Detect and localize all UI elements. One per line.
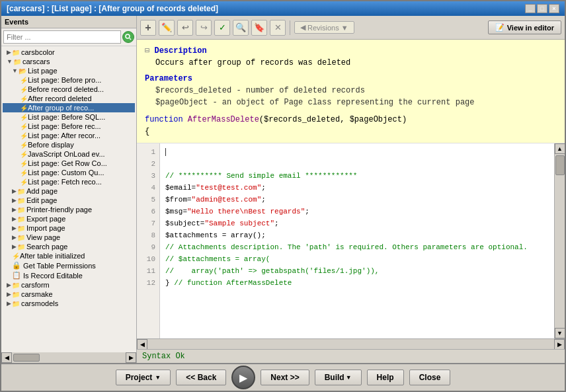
folder-icon-import: 📁 [17, 225, 25, 232]
run-button[interactable]: ▶ [231, 366, 255, 389]
search-icon [125, 34, 132, 40]
back-button[interactable]: << Back [176, 370, 226, 385]
left-scroll-right[interactable]: ▶ [126, 352, 136, 363]
tree-item-list-after-rec[interactable]: ⚡ List page: After recor... [3, 131, 135, 140]
tree-item-list-page[interactable]: ▼ 📂 List page [3, 66, 135, 75]
help-label: Help [377, 373, 394, 382]
folder-icon-list: 📂 [19, 67, 26, 75]
tree-item-js-onload[interactable]: ⚡ JavaScript OnLoad ev... [3, 149, 135, 159]
next-button[interactable]: Next >> [261, 370, 309, 385]
desc-text: Occurs after group of records was delete… [155, 58, 350, 67]
tree-item-list-before-rec[interactable]: ⚡ List page: Before rec... [3, 122, 135, 131]
folder-icon-search: 📁 [17, 243, 25, 251]
close-button[interactable]: Close [409, 370, 451, 385]
left-panel: Events ▶ 📁 carsbcolor [1, 16, 137, 363]
tree-item-list-before-sql[interactable]: ⚡ List page: Before SQL... [3, 112, 135, 122]
filter-input[interactable] [3, 30, 121, 44]
build-button[interactable]: Build ▼ [315, 370, 362, 385]
tree-item-after-record-deleted[interactable]: ⚡ After record deleted [3, 94, 135, 103]
tree-item-list-custom-q[interactable]: ⚡ List page: Custom Qu... [3, 168, 135, 177]
bolt-icon-5: ⚡ [20, 114, 28, 121]
code-line-12: } // function AfterMassDelete [165, 277, 549, 289]
tree-item-carsmodels[interactable]: ▶ 📁 carsmodels [3, 299, 135, 308]
bolt-icon-2: ⚡ [20, 86, 28, 93]
revisions-button[interactable]: ◀ Revisions ▼ [294, 21, 354, 34]
code-line-10: // $attachments = array( [165, 253, 549, 265]
tree-item-printer-friendly[interactable]: ▶ 📁 Printer-friendly page [3, 205, 135, 214]
tree-item-before-display[interactable]: ⚡ Before display [3, 140, 135, 149]
line-num-9: 9 [137, 241, 159, 253]
folder-icon-carsform: 📁 [12, 282, 20, 289]
line-num-12: 12 [137, 277, 159, 289]
tree-container: ▶ 📁 carsbcolor ▼ 📁 carscars ▼ 📂 List pag… [1, 46, 136, 352]
line-num-2: 2 [137, 158, 159, 170]
hscroll-right[interactable]: ▶ [554, 339, 565, 350]
tree-item-edit-page[interactable]: ▶ 📁 Edit page [3, 196, 135, 205]
maximize-button[interactable]: □ [537, 4, 547, 13]
minimize-button[interactable]: _ [525, 4, 536, 13]
code-wrapper: ⊟ Description Occurs after group of reco… [137, 40, 565, 363]
code-line-2 [165, 158, 549, 170]
tree-item-add-page[interactable]: ▶ 📁 Add page [3, 186, 135, 196]
code-area: 1 2 3 4 5 6 7 8 9 10 11 12 [137, 143, 565, 338]
scroll-thumb[interactable] [555, 155, 565, 175]
tree-item-after-table-init[interactable]: ⚡ After table initialized [3, 251, 135, 260]
tree-item-carscars[interactable]: ▼ 📁 carscars [3, 57, 135, 66]
add-button[interactable]: + [140, 20, 156, 36]
bookmark-button[interactable]: 🔖 [251, 20, 267, 36]
bolt-icon-3: ⚡ [20, 95, 28, 102]
left-scroll-left[interactable]: ◀ [1, 352, 12, 363]
hscroll-track [147, 339, 554, 349]
expand-icon-carsmake: ▶ [7, 291, 11, 297]
left-scroll-thumb[interactable] [13, 354, 40, 362]
description-box: ⊟ Description Occurs after group of reco… [137, 40, 565, 143]
bolt-icon-8: ⚡ [20, 141, 28, 149]
tree-item-list-before-proc[interactable]: ⚡ List page: Before pro... [3, 75, 135, 85]
dropdown-arrow-icon: ▼ [341, 24, 348, 32]
view-in-editor-button[interactable]: 📝 View in editor [488, 20, 561, 34]
check-button[interactable]: ✓ [214, 20, 230, 36]
code-content[interactable]: // ********** Send simple email ********… [160, 143, 554, 338]
scroll-up[interactable]: ▲ [555, 143, 565, 154]
close-label: Close [419, 373, 441, 382]
search-button[interactable]: 🔍 [233, 20, 249, 36]
code-line-6: $msg="Hello there\nBest regards"; [165, 206, 549, 217]
folder-icon-printer: 📁 [17, 206, 25, 214]
tree-item-carsmake[interactable]: ▶ 📁 carsmake [3, 290, 135, 299]
tree-item-get-table-perms[interactable]: 🔒 Get Table Permissions [3, 260, 135, 270]
x-button[interactable]: ✕ [270, 20, 286, 36]
tree-item-before-record-deleted[interactable]: ⚡ Before record deleted... [3, 85, 135, 94]
edit-icon-button[interactable]: ✏️ [159, 20, 175, 36]
line-num-6: 6 [137, 206, 159, 217]
code-line-5: $from="admin@test.com"; [165, 194, 549, 206]
folder-icon-carsmodels: 📁 [12, 300, 20, 307]
tree-item-list-get-row[interactable]: ⚡ List page: Get Row Co... [3, 159, 135, 168]
svg-line-1 [130, 38, 131, 40]
close-window-button[interactable]: × [549, 4, 559, 13]
tree-item-carsbcolor[interactable]: ▶ 📁 carsbcolor [3, 48, 135, 57]
folder-icon-edit: 📁 [17, 197, 25, 204]
bolt-icon-13: ⚡ [12, 253, 20, 260]
tree-item-view-page[interactable]: ▶ 📁 View page [3, 233, 135, 242]
bolt-icon-7: ⚡ [20, 132, 28, 139]
line-num-4: 4 [137, 182, 159, 194]
tree-item-export-page[interactable]: ▶ 📁 Export page [3, 214, 135, 223]
expand-icon-search: ▶ [12, 243, 17, 250]
project-button[interactable]: Project ▼ [116, 370, 171, 385]
project-label: Project [126, 373, 153, 382]
tree-item-import-page[interactable]: ▶ 📁 Import page [3, 223, 135, 233]
undo-button[interactable]: ↩ [177, 20, 193, 36]
run-icon: ▶ [239, 372, 247, 384]
tree-item-after-group-records[interactable]: ⚡ After group of reco... [3, 103, 135, 112]
tree-item-list-fetch-rec[interactable]: ⚡ List page: Fetch reco... [3, 177, 135, 186]
right-panel: + ✏️ ↩ ↪ ✓ 🔍 🔖 ✕ ◀ Revisions ▼ 📝 View in… [137, 16, 565, 363]
help-button[interactable]: Help [367, 370, 404, 385]
redo-button[interactable]: ↪ [196, 20, 212, 36]
tree-item-is-record-editable[interactable]: 📋 Is Record Editable [3, 270, 135, 280]
hscroll-left[interactable]: ◀ [137, 339, 147, 350]
folder-icon-carsmake: 📁 [12, 291, 20, 298]
scroll-down[interactable]: ▼ [555, 328, 565, 338]
search-icon-button[interactable] [122, 31, 134, 43]
tree-item-search-page[interactable]: ▶ 📁 Search page [3, 242, 135, 251]
tree-item-carsform[interactable]: ▶ 📁 carsform [3, 280, 135, 290]
